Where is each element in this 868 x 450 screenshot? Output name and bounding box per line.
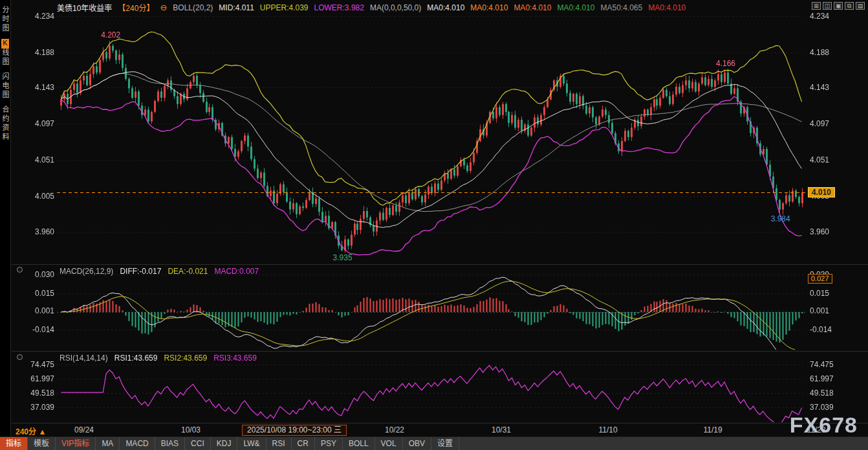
rsi-legend: RSI(14,14,14) RSI1:43.659 RSI2:43.659 RS…: [60, 354, 257, 363]
chart-type-sidebar: 分时图K线图闪电图合约资料: [0, 0, 11, 436]
indicator-toolbar: 指标模板VIP指标MAMACDBIASCCIKDJLW&RSICRPSYBOLL…: [0, 436, 868, 450]
panel-collapse-handle[interactable]: [17, 267, 23, 273]
macd-dea-value: DEA:-0.021: [168, 267, 208, 276]
ma-value: MA0:4.010: [514, 3, 551, 12]
rsi-axis-label: 37.039: [810, 403, 834, 412]
rsi-axis-label: 74.475: [810, 360, 834, 369]
boll-params-label: BOLL(20,2): [173, 3, 213, 12]
date-label: 09/24: [74, 425, 94, 434]
fx678-watermark: FX678: [790, 412, 858, 438]
macd-axis-label: 0.001: [810, 306, 829, 315]
price-axis-label: 4.005: [810, 192, 829, 201]
macd-axis-label: 0.015: [810, 289, 829, 298]
ma-value: MA0:4.010: [557, 3, 594, 12]
ma-params-label: MA(0,0,0,50,0): [370, 3, 421, 12]
panel-separator: [12, 264, 868, 265]
sidebar-item-kline-chart[interactable]: K线图: [0, 39, 10, 67]
trading-terminal: 分时图K线图闪电图合约资料 美债10年收益率 【240分】 ⊖ BOLL(20,…: [0, 0, 868, 450]
ma-value: MA0:4.010: [427, 3, 464, 12]
toolbar-tab-templates[interactable]: 模板: [28, 437, 56, 450]
toolbar-tab-bias[interactable]: BIAS: [155, 437, 185, 450]
ma-value: MA0:4.010: [470, 3, 508, 12]
macd-panel-chart[interactable]: [57, 265, 806, 350]
price-axis-label: 4.234: [810, 12, 829, 21]
main-candlestick-chart[interactable]: [57, 16, 806, 264]
boll-mid-value: MID:4.011: [219, 3, 254, 12]
layout-cascade-icon[interactable]: ⧉: [845, 2, 854, 10]
date-label: 11/10: [598, 425, 617, 434]
macd-legend: MACD(26,12,9) DIFF:-0.017 DEA:-0.021 MAC…: [60, 267, 259, 276]
footer-timeframe-button[interactable]: 240分 ▲: [16, 425, 46, 436]
price-axis-label: 3.960: [810, 227, 829, 236]
macd-params-label: MACD(26,12,9): [60, 267, 113, 276]
layout-chart-icon[interactable]: ▣: [834, 2, 843, 10]
rsi3-value: RSI3:43.659: [213, 354, 257, 363]
ma-values: MA0:4.010MA0:4.010MA0:4.010MA0:4.010MA50…: [427, 3, 686, 12]
up-triangle-icon: ▲: [38, 427, 46, 436]
layout-split-icon[interactable]: ◫: [823, 2, 832, 10]
toolbar-tab-rsi[interactable]: RSI: [266, 437, 292, 450]
zoom-out-icon[interactable]: ⊖: [160, 3, 167, 12]
toolbar-tab-settings[interactable]: 设置: [431, 437, 459, 450]
toolbar-tab-cci[interactable]: CCI: [185, 437, 211, 450]
date-label: 10/03: [181, 425, 201, 434]
panel-separator: [12, 423, 868, 423]
sidebar-item-contract-info[interactable]: 合约资料: [0, 106, 10, 142]
toolbar-tab-vol[interactable]: VOL: [375, 437, 403, 450]
instrument-title: 美债10年收益率: [57, 2, 112, 13]
price-axis-label: 4.188: [810, 48, 829, 57]
macd-axis-label: 0.030: [810, 270, 829, 279]
date-label: 10/31: [492, 425, 511, 434]
boll-lower-value: LOWER:3.982: [314, 3, 364, 12]
rsi2-value: RSI2:43.659: [164, 354, 207, 363]
current-price-tag: 4.010: [808, 187, 835, 197]
time-axis-row: 240分 ▲ 09/2410/0310/2210/3111/1011/1911/…: [0, 425, 868, 436]
toolbar-tab-lw[interactable]: LW&: [237, 437, 266, 450]
macd-current-tag: 0.027: [808, 274, 832, 284]
date-label: 11/19: [703, 425, 722, 434]
toolbar-tab-obv[interactable]: OBV: [403, 437, 431, 450]
price-axis-label: 4.051: [810, 155, 829, 164]
rsi-axis-label: 49.518: [810, 388, 834, 398]
date-label: 10/22: [385, 425, 404, 434]
sidebar-item-time-share-chart[interactable]: 分时图: [0, 6, 10, 33]
footer-timeframe-label: 240分: [16, 427, 36, 436]
selected-bar-datetime: 2025/10/08 19:00~23:00 三: [242, 425, 347, 436]
sidebar-item-flash-chart[interactable]: 闪电图: [0, 73, 10, 100]
timeframe-badge: 【240分】: [118, 2, 154, 13]
toolbar-tab-vip-indicators[interactable]: VIP指标: [56, 437, 96, 450]
toolbar-tab-boll[interactable]: BOLL: [343, 437, 375, 450]
macd-diff-value: DIFF:-0.017: [120, 267, 161, 276]
rsi1-value: RSI1:43.659: [114, 354, 158, 363]
toolbar-tab-ma[interactable]: MA: [96, 437, 120, 450]
boll-upper-value: UPPER:4.039: [260, 3, 309, 12]
window-layout-controls: ⊞◫▣⧉▤: [812, 2, 865, 10]
rsi-panel-chart[interactable]: [57, 352, 806, 422]
layout-expand-icon[interactable]: ▤: [856, 2, 865, 10]
toolbar-tab-kdj[interactable]: KDJ: [211, 437, 238, 450]
panel-separator: [12, 351, 868, 352]
layout-grid-icon[interactable]: ⊞: [812, 2, 821, 10]
ma-value: MA50:4.065: [600, 3, 642, 12]
rsi-params-label: RSI(14,14,14): [60, 354, 108, 363]
price-axis-label: 4.143: [810, 83, 829, 92]
panel-collapse-handle[interactable]: [17, 354, 23, 360]
price-axis-label: 4.097: [810, 119, 829, 128]
macd-axis-label: -0.014: [810, 325, 832, 334]
macd-hist-value: MACD:0.007: [214, 267, 259, 276]
toolbar-tab-macd[interactable]: MACD: [120, 437, 155, 450]
rsi-axis-label: 61.997: [810, 374, 834, 383]
main-indicator-header: 美债10年收益率 【240分】 ⊖ BOLL(20,2) MID:4.011 U…: [57, 2, 686, 13]
toolbar-tab-psy[interactable]: PSY: [315, 437, 343, 450]
toolbar-tab-indicators[interactable]: 指标: [0, 437, 28, 450]
toolbar-tab-cr[interactable]: CR: [292, 437, 315, 450]
ma-value: MA0:4.010: [648, 3, 686, 12]
